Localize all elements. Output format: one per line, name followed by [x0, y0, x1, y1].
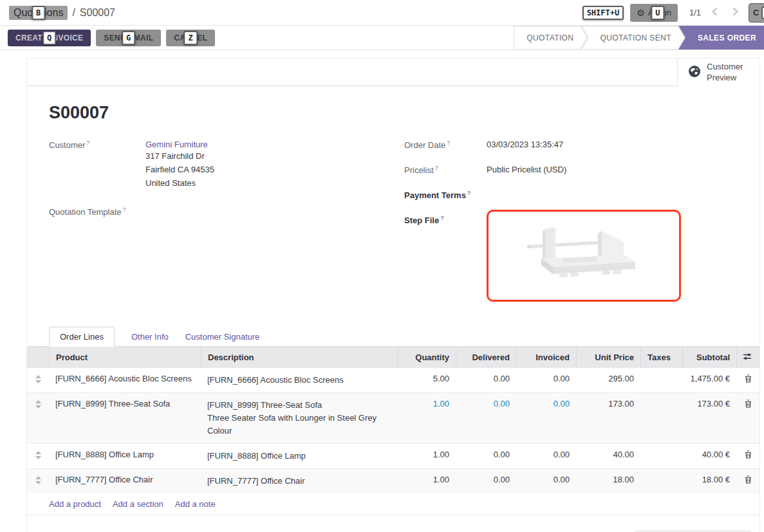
cell-invoiced[interactable]: 0.00 — [516, 368, 576, 392]
action-menu-button[interactable]: ⚙ Action U — [630, 4, 678, 22]
step-file-preview[interactable] — [487, 210, 681, 302]
help-question-mark: ? — [435, 165, 438, 171]
cell-quantity[interactable]: 1.00 — [398, 469, 456, 493]
field-order-date: Order Date? 03/03/2023 13:35:47 — [404, 138, 759, 158]
notebook-tabs: Order Lines Other Info Customer Signatur… — [49, 327, 759, 346]
field-group-right: Order Date? 03/03/2023 13:35:47 Pricelis… — [404, 138, 759, 307]
customer-field-value: Gemini Furniture 317 Fairchild Dr Fairfi… — [145, 138, 214, 190]
cell-unit-price[interactable]: 18.00 — [576, 469, 640, 493]
help-question-mark: ? — [123, 206, 126, 213]
cell-product[interactable]: [FURN_7777] Office Chair — [49, 469, 201, 493]
status-step-label: QUOTATION — [526, 33, 573, 42]
add-a-product-link[interactable]: Add a product — [49, 499, 101, 509]
status-step-sales-order[interactable]: SALES ORDER — [678, 26, 764, 50]
cell-unit-price[interactable]: 295.00 — [576, 368, 640, 392]
drag-handle-icon[interactable] — [27, 368, 49, 392]
field-step-file: Step File? — [404, 214, 759, 302]
cell-taxes[interactable] — [640, 393, 682, 443]
tab-order-lines[interactable]: Order Lines — [49, 327, 115, 347]
pager-next-button[interactable] — [728, 6, 742, 20]
drag-handle-icon[interactable] — [27, 469, 49, 493]
cell-description[interactable]: [FURN_8999] Three-Seat Sofa Three Seater… — [201, 393, 398, 443]
keyboard-hint-b: B — [32, 6, 45, 20]
cell-quantity[interactable]: 5.00 — [398, 368, 456, 392]
add-a-section-link[interactable]: Add a section — [113, 499, 163, 509]
cell-delivered[interactable]: 0.00 — [456, 444, 516, 468]
help-question-mark: ? — [440, 215, 444, 221]
tab-customer-signature[interactable]: Customer Signature — [185, 327, 260, 346]
customer-preview-button[interactable]: Customer Preview — [677, 59, 759, 86]
status-pipeline: QUOTATION QUOTATION SENT SALES ORDER — [514, 26, 764, 50]
cell-description[interactable]: [FURN_6666] Acoustic Bloc Screens — [201, 368, 398, 392]
order-line-row[interactable]: [FURN_7777] Office Chair [FURN_7777] Off… — [27, 468, 759, 493]
cell-delivered[interactable]: 0.00 — [456, 393, 516, 443]
order-line-row[interactable]: [FURN_8888] Office Lamp [FURN_8888] Offi… — [27, 443, 759, 468]
column-header-product[interactable]: Product — [49, 347, 201, 368]
drag-handle-icon[interactable] — [27, 444, 49, 468]
order-line-row[interactable]: [FURN_8999] Three-Seat Sofa [FURN_8999] … — [27, 392, 759, 443]
cell-product[interactable]: [FURN_8888] Office Lamp — [49, 444, 201, 468]
delete-row-button[interactable] — [736, 469, 759, 493]
customer-address-line: United States — [145, 176, 214, 190]
cell-taxes[interactable] — [640, 469, 682, 493]
sheet-footer: Terms and conditions... Total: 1,706.00 … — [27, 515, 759, 532]
breadcrumb-separator: / — [72, 7, 75, 19]
pricelist-field-value[interactable]: Public Pricelist (USD) — [487, 163, 566, 183]
cell-taxes[interactable] — [640, 368, 682, 392]
sliders-icon — [743, 352, 752, 363]
status-step-label: SALES ORDER — [698, 33, 756, 42]
column-header-description[interactable]: Description — [201, 347, 398, 368]
order-lines-table: Product Description Quantity Delivered I… — [27, 346, 759, 515]
delete-row-button[interactable] — [736, 444, 759, 468]
cancel-button[interactable]: CANCEL Z — [166, 30, 215, 46]
breadcrumb: Quotations B / S00007 — [9, 6, 115, 20]
status-step-quotation[interactable]: QUOTATION — [514, 26, 588, 50]
keyboard-hint-q: Q — [42, 31, 57, 45]
cell-description[interactable]: [FURN_7777] Office Chair — [201, 469, 398, 493]
send-email-button[interactable]: SEND EMAIL G — [96, 30, 161, 46]
top-navbar: Quotations B / S00007 SHIFT+U ⚙ Action U… — [0, 0, 764, 26]
status-step-quotation-sent[interactable]: QUOTATION SENT — [581, 26, 685, 50]
keyboard-hint-g: G — [122, 31, 136, 45]
keyboard-hint-clipped — [761, 6, 764, 19]
column-header-subtotal[interactable]: Subtotal — [682, 347, 736, 368]
cell-invoiced[interactable]: 0.00 — [516, 469, 576, 493]
cell-unit-price[interactable]: 40.00 — [576, 444, 640, 468]
trash-icon — [745, 374, 752, 385]
table-footer-links: Add a product Add a section Add a note — [27, 493, 759, 515]
pager-previous-button[interactable] — [707, 6, 722, 20]
cell-delivered[interactable]: 0.00 — [456, 368, 516, 392]
cell-invoiced[interactable]: 0.00 — [516, 444, 576, 468]
page-title: S00007 — [49, 103, 759, 123]
cell-quantity[interactable]: 1.00 — [398, 393, 456, 443]
cell-product[interactable]: [FURN_8999] Three-Seat Sofa — [49, 393, 201, 443]
column-header-unit-price[interactable]: Unit Price — [576, 347, 640, 368]
customer-link[interactable]: Gemini Furniture — [145, 140, 208, 149]
order-date-field-value[interactable]: 03/03/2023 13:35:47 — [487, 138, 563, 158]
drag-handle-icon[interactable] — [27, 393, 49, 443]
edge-clipped-button[interactable]: C — [749, 3, 764, 23]
cell-invoiced[interactable]: 0.00 — [516, 393, 576, 443]
globe-icon — [688, 65, 701, 80]
trash-icon — [745, 450, 752, 461]
cell-taxes[interactable] — [640, 444, 682, 468]
delete-row-button[interactable] — [736, 368, 759, 392]
cell-description[interactable]: [FURN_8888] Office Lamp — [201, 444, 398, 468]
cell-delivered[interactable]: 0.00 — [456, 469, 516, 493]
column-header-taxes[interactable]: Taxes — [640, 347, 682, 368]
cell-product[interactable]: [FURN_6666] Acoustic Bloc Screens — [49, 368, 201, 392]
column-header-delivered[interactable]: Delivered — [456, 347, 516, 368]
cell-quantity[interactable]: 1.00 — [398, 444, 456, 468]
column-header-invoiced[interactable]: Invoiced — [516, 347, 576, 368]
gear-icon: ⚙ — [637, 8, 645, 17]
field-groups: Customer? Gemini Furniture 317 Fairchild… — [27, 123, 759, 307]
column-header-quantity[interactable]: Quantity — [398, 347, 456, 368]
delete-row-button[interactable] — [736, 393, 759, 443]
breadcrumb-quotations[interactable]: Quotations B — [9, 6, 68, 20]
tab-other-info[interactable]: Other Info — [131, 327, 169, 346]
cell-unit-price[interactable]: 173.00 — [576, 393, 640, 443]
add-a-note-link[interactable]: Add a note — [175, 499, 216, 509]
order-line-row[interactable]: [FURN_6666] Acoustic Bloc Screens [FURN_… — [27, 368, 759, 392]
optional-columns-button[interactable] — [736, 347, 759, 368]
create-invoice-button[interactable]: CREATE INVOICE Q — [8, 30, 91, 46]
